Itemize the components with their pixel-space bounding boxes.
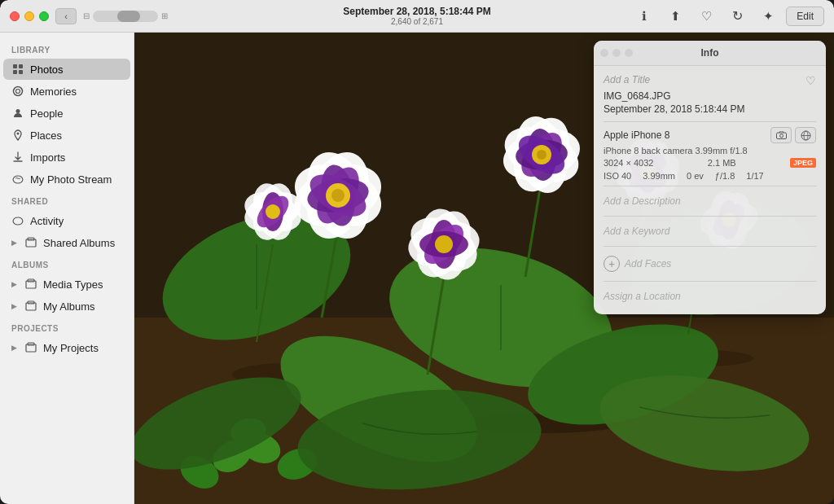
photo-area[interactable]: Info Add a Title ♡ IMG_0684.JPG Septembe…: [134, 33, 834, 504]
edit-button[interactable]: Edit: [786, 7, 824, 26]
my-projects-expand-icon: ▶: [11, 344, 17, 352]
svg-point-7: [17, 133, 20, 135]
share-button[interactable]: ⬆: [662, 5, 688, 28]
titlebar-left: ‹ ⊟ ⊞: [10, 8, 168, 24]
info-panel-traffic-lights: [600, 49, 633, 57]
media-types-icon: [24, 278, 37, 291]
info-datetime: September 28, 2018 5:18:44 PM: [604, 103, 816, 115]
zoom-scroller[interactable]: ⊟ ⊞: [83, 11, 168, 22]
traffic-lights: [10, 11, 49, 21]
titlebar-center: September 28, 2018, 5:18:44 PM 2,640 of …: [343, 6, 490, 26]
close-button[interactable]: [10, 11, 20, 21]
info-device-row: Apple iPhone 8: [604, 127, 816, 143]
info-button[interactable]: ℹ: [631, 5, 657, 28]
minimize-button[interactable]: [24, 11, 34, 21]
info-panel-minimize[interactable]: [612, 49, 621, 57]
globe-icon-btn[interactable]: [795, 127, 816, 143]
titlebar: ‹ ⊟ ⊞ September 28, 2018, 5:18:44 PM 2,6…: [0, 0, 834, 33]
sidebar-item-people[interactable]: People: [3, 103, 130, 124]
info-iso: ISO 40: [604, 171, 631, 181]
svg-point-5: [16, 90, 20, 94]
info-panel-zoom[interactable]: [625, 49, 633, 57]
library-section-label: Library: [0, 39, 134, 58]
info-device-name: Apple iPhone 8: [604, 129, 669, 141]
places-label: Places: [30, 129, 62, 142]
svg-point-66: [435, 235, 453, 253]
albums-section-label: Albums: [0, 254, 134, 273]
info-exif-row: ISO 40 3.99mm 0 ev ƒ/1.8 1/17: [604, 171, 816, 181]
back-button[interactable]: ‹: [55, 8, 77, 24]
sidebar-item-media-types[interactable]: ▶ Media Types: [3, 274, 130, 295]
add-faces-row[interactable]: + Add Faces: [604, 252, 816, 276]
shared-section-label: Shared: [0, 191, 134, 209]
my-projects-label: My Projects: [43, 342, 99, 354]
projects-section-label: Projects: [0, 318, 134, 336]
my-albums-icon: [24, 300, 37, 313]
sidebar: Library Photos Memories People Places: [0, 33, 134, 504]
photostream-label: My Photo Stream: [30, 173, 112, 186]
sidebar-item-my-projects[interactable]: ▶ My Projects: [3, 337, 130, 358]
info-divider-4: [604, 246, 816, 247]
info-panel-body: Add a Title ♡ IMG_0684.JPG September 28,…: [594, 66, 826, 314]
photo-count: 2,640 of 2,671: [343, 17, 490, 26]
activity-icon: [11, 214, 24, 227]
titlebar-right: ℹ ⬆ ♡ ↻ ✦ Edit: [631, 5, 824, 28]
svg-rect-2: [13, 70, 17, 74]
memories-label: Memories: [30, 85, 77, 98]
sidebar-item-activity[interactable]: Activity: [3, 210, 130, 231]
info-device-icons: [770, 127, 816, 143]
svg-rect-0: [13, 64, 17, 68]
memories-icon: [11, 85, 24, 98]
svg-point-92: [779, 134, 783, 138]
assign-location-field[interactable]: Assign a Location: [604, 287, 816, 306]
add-faces-label: Add Faces: [625, 258, 671, 270]
svg-point-48: [331, 189, 345, 202]
svg-point-81: [266, 204, 280, 219]
media-types-label: Media Types: [43, 278, 103, 291]
info-format-badge: JPEG: [790, 158, 816, 168]
camera-icon-btn[interactable]: [770, 127, 792, 143]
shared-albums-label: Shared Albums: [43, 237, 115, 249]
info-divider-5: [604, 281, 816, 282]
sidebar-item-imports[interactable]: Imports: [3, 147, 130, 168]
info-panel-titlebar: Info: [594, 41, 826, 66]
favorite-button[interactable]: ♡: [693, 5, 719, 28]
rotate-button[interactable]: ↻: [724, 5, 750, 28]
add-title-field[interactable]: Add a Title: [604, 74, 650, 85]
svg-rect-1: [19, 64, 23, 68]
adjust-button[interactable]: ✦: [755, 5, 781, 28]
sidebar-item-photostream[interactable]: My Photo Stream: [3, 169, 130, 190]
places-icon: [11, 129, 24, 142]
sidebar-item-places[interactable]: Places: [3, 125, 130, 146]
svg-point-4: [14, 87, 23, 96]
info-panel-title-label: Info: [701, 47, 719, 59]
sidebar-item-my-albums[interactable]: ▶ My Albums: [3, 296, 130, 317]
sidebar-item-photos[interactable]: Photos: [3, 59, 130, 80]
info-heart-button[interactable]: ♡: [805, 74, 816, 87]
shared-albums-icon: [24, 236, 37, 249]
maximize-button[interactable]: [39, 11, 49, 21]
shared-albums-expand-icon: ▶: [11, 239, 17, 247]
photos-icon: [11, 63, 24, 76]
main-layout: Library Photos Memories People Places: [0, 33, 834, 504]
imports-label: Imports: [30, 151, 65, 164]
photostream-icon: [11, 173, 24, 186]
info-divider-1: [604, 121, 816, 122]
info-filesize: 2.1 MB: [708, 158, 736, 168]
my-albums-expand-icon: ▶: [11, 302, 17, 310]
add-keyword-field[interactable]: Add a Keyword: [604, 221, 816, 241]
sidebar-item-shared-albums[interactable]: ▶ Shared Albums: [3, 232, 130, 253]
activity-label: Activity: [30, 215, 64, 227]
info-dimensions: 3024 × 4032: [604, 158, 653, 168]
svg-rect-3: [19, 70, 23, 74]
info-divider-3: [604, 216, 816, 217]
photos-label: Photos: [30, 64, 63, 76]
info-aperture: ƒ/1.8: [715, 171, 735, 181]
sidebar-item-memories[interactable]: Memories: [3, 81, 130, 102]
svg-point-6: [16, 109, 20, 113]
info-panel-close[interactable]: [600, 49, 608, 57]
info-divider-2: [604, 186, 816, 186]
my-projects-icon: [24, 341, 37, 354]
add-description-field[interactable]: Add a Description: [604, 191, 816, 211]
info-focal-length: 3.99mm: [643, 171, 675, 181]
